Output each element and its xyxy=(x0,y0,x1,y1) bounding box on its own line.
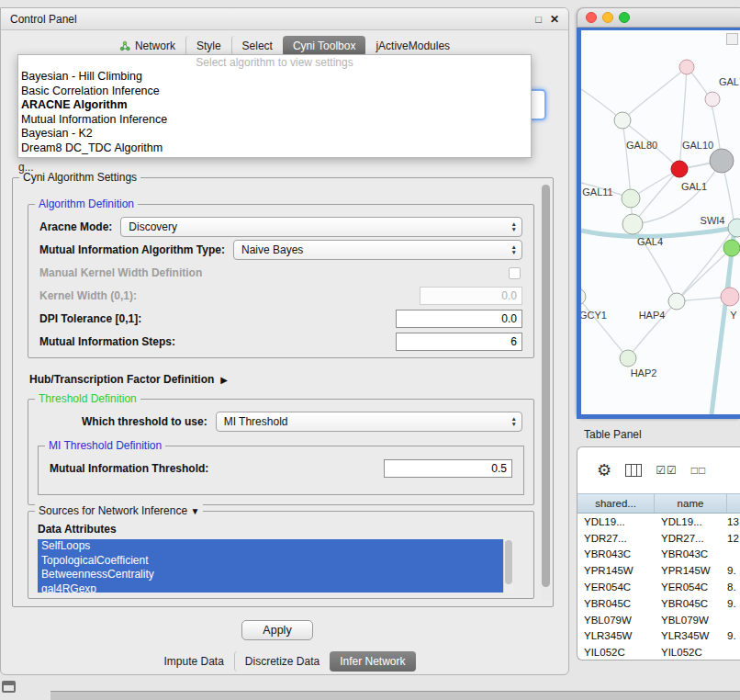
scrollbar-thumb[interactable] xyxy=(505,540,512,584)
kernel-width-field[interactable]: 0.0 xyxy=(420,287,522,305)
gear-icon[interactable]: ⚙ xyxy=(597,460,611,480)
graph-node-label: HAP4 xyxy=(639,310,666,321)
table-row[interactable]: YDL19...YDL19...13 xyxy=(577,514,740,530)
tab-network[interactable]: Network xyxy=(109,36,185,56)
data-attribute-item[interactable]: BetweennessCentrality xyxy=(38,568,503,582)
mi-steps-label: Mutual Information Steps: xyxy=(39,335,175,348)
aracne-mode-combobox[interactable]: Discovery ▲▼ xyxy=(120,217,522,237)
tab-label: Infer Network xyxy=(340,655,405,668)
graph-node[interactable] xyxy=(620,350,636,367)
control-panel-titlebar[interactable]: Control Panel □ ✕ xyxy=(1,8,568,30)
threshold-definition-group: Threshold Definition Which threshold to … xyxy=(28,399,534,505)
graph-edge[interactable] xyxy=(581,297,628,358)
list-scrollbar[interactable] xyxy=(503,539,513,593)
collapse-down-icon[interactable]: ▼ xyxy=(190,506,199,516)
algorithm-option[interactable]: Dream8 DC_TDC Algorithm xyxy=(18,141,531,156)
zoom-traffic-light-icon[interactable] xyxy=(619,12,630,23)
table-cell: YBR043C xyxy=(655,548,727,559)
mi-algorithm-type-combobox[interactable]: Naive Bayes ▲▼ xyxy=(233,240,522,260)
table-row[interactable]: YBL079WYBL079W xyxy=(577,612,740,628)
table-row[interactable]: YBR043CYBR043C xyxy=(577,547,740,563)
data-attribute-item[interactable]: TopologicalCoefficient xyxy=(38,554,503,569)
mi-threshold-field[interactable]: 0.5 xyxy=(384,459,512,478)
network-canvas[interactable]: GAL7GAL80GAL10GAL1GAL11SWI4GAL4GCY1HAP4Y… xyxy=(577,28,740,419)
data-attribute-item[interactable]: SelfLoops xyxy=(38,539,503,554)
graph-edge[interactable] xyxy=(622,120,631,198)
table-cell: YBR043C xyxy=(577,548,655,559)
algorithm-option[interactable]: Bayesian - Hill Climbing xyxy=(18,70,531,85)
column-header-shared-name[interactable]: shared... xyxy=(577,494,655,513)
dpi-tolerance-field[interactable]: 0.0 xyxy=(396,310,522,328)
table-row[interactable]: YDR27...YDR27...12 xyxy=(577,530,740,547)
graph-edge[interactable] xyxy=(679,67,687,169)
data-attributes-list[interactable]: SelfLoopsTopologicalCoefficientBetweenne… xyxy=(38,539,513,593)
table-row[interactable]: YBR045CYBR045C9. xyxy=(577,595,740,612)
close-icon[interactable]: ✕ xyxy=(550,13,559,26)
tab-cyni-toolbox[interactable]: Cyni Toolbox xyxy=(283,36,365,56)
algorithm-definition-title: Algorithm Definition xyxy=(35,198,138,210)
graph-node[interactable] xyxy=(705,92,720,107)
table-cell: 9. xyxy=(727,598,740,609)
apply-button[interactable]: Apply xyxy=(241,620,313,640)
data-attributes-label: Data Attributes xyxy=(38,523,117,536)
combo-arrows-icon: ▲▼ xyxy=(511,244,521,255)
algorithm-option[interactable]: ARACNE Algorithm xyxy=(18,98,531,113)
hub-definition-expander[interactable]: Hub/Transcription Factor Definition ▶ xyxy=(29,373,228,386)
expand-right-icon[interactable]: ▶ xyxy=(220,375,228,385)
graph-node[interactable] xyxy=(723,240,740,256)
tab-select[interactable]: Select xyxy=(231,36,283,56)
minimize-traffic-light-icon[interactable] xyxy=(602,12,613,23)
close-traffic-light-icon[interactable] xyxy=(586,12,597,23)
graph-node[interactable] xyxy=(622,189,640,208)
table-row[interactable]: YPR145WYPR145W9. xyxy=(577,562,740,579)
graph-node[interactable] xyxy=(721,288,739,306)
graph-node[interactable] xyxy=(668,293,685,310)
tab-infer-network[interactable]: Infer Network xyxy=(330,651,415,672)
sources-group-title[interactable]: Sources for Network Inference ▼ xyxy=(35,504,203,517)
algorithm-dropdown-popup: Select algorithm to view settings Bayesi… xyxy=(17,54,532,158)
table-row[interactable]: YLR345WYLR345W9. xyxy=(577,628,740,645)
table-cell: YPR145W xyxy=(655,565,727,576)
algorithm-option[interactable]: Bayesian - K2 xyxy=(18,127,531,141)
table-cell: YER054C xyxy=(577,581,655,593)
algorithm-option[interactable]: Mutual Information Inference xyxy=(18,113,531,128)
table-cell: YIL052C xyxy=(577,647,655,658)
tab-label: Select xyxy=(242,40,273,52)
network-window-titlebar[interactable] xyxy=(577,7,740,28)
column-header-extra[interactable] xyxy=(727,494,740,513)
tab-discretize-data[interactable]: Discretize Data xyxy=(234,651,330,672)
table-row[interactable]: YIL052CYIL052C xyxy=(577,644,740,660)
graph-edge[interactable] xyxy=(622,67,687,120)
table-cell: YLR345W xyxy=(577,630,655,641)
restore-window-icon[interactable] xyxy=(2,681,16,693)
column-header-name[interactable]: name xyxy=(655,494,727,513)
algorithm-option[interactable]: Basic Correlation Inference xyxy=(18,85,531,99)
scrollbar-thumb[interactable] xyxy=(542,185,550,587)
graph-node[interactable] xyxy=(614,112,631,129)
which-threshold-combobox[interactable]: MI Threshold ▲▼ xyxy=(216,412,522,432)
select-all-icon[interactable]: ☑☑ xyxy=(656,464,678,477)
table-row[interactable]: YER054CYER054C8. xyxy=(577,579,740,595)
graph-node[interactable] xyxy=(671,161,688,177)
mi-steps-field[interactable]: 6 xyxy=(396,333,522,351)
graph-node[interactable] xyxy=(679,60,694,74)
tab-jactivemodules[interactable]: jActiveModules xyxy=(365,36,460,56)
graph-node[interactable] xyxy=(581,288,586,305)
table-cell: YDR27... xyxy=(655,533,727,544)
deselect-all-icon[interactable]: □□ xyxy=(691,464,707,477)
aracne-mode-label: Aracne Mode: xyxy=(39,220,112,233)
obscured-label-text: g... xyxy=(18,161,34,174)
algorithm-definition-group: Algorithm Definition Aracne Mode: Discov… xyxy=(28,204,534,358)
network-scrollbar-corner[interactable] xyxy=(726,33,738,45)
column-selector-icon[interactable] xyxy=(625,464,642,477)
settings-scrollbar[interactable] xyxy=(541,183,551,602)
data-attribute-item[interactable]: gal4RGexp xyxy=(38,582,503,593)
tab-impute-data[interactable]: Impute Data xyxy=(153,651,233,672)
tab-style[interactable]: Style xyxy=(185,36,231,56)
manual-kernel-width-checkbox[interactable] xyxy=(509,267,521,279)
manual-kernel-width-label: Manual Kernel Width Definition xyxy=(39,266,202,279)
float-window-icon[interactable]: □ xyxy=(535,14,542,25)
graph-node[interactable] xyxy=(622,214,643,234)
graph-node[interactable] xyxy=(710,149,734,173)
mi-threshold-definition-group: MI Threshold Definition Mutual Informati… xyxy=(38,446,524,495)
